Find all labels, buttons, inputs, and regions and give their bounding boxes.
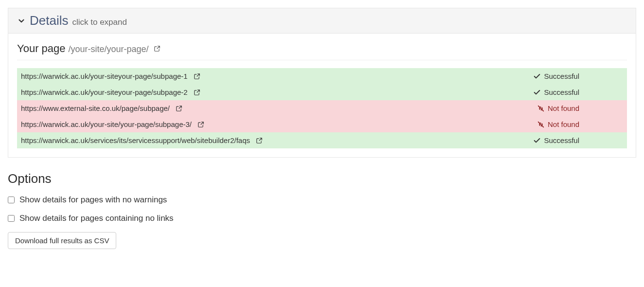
external-link-icon[interactable]: [154, 45, 161, 52]
download-csv-button[interactable]: Download full results as CSV: [8, 232, 116, 249]
link-rows: https://warwick.ac.uk/your-siteyour-page…: [17, 68, 627, 148]
external-link-icon[interactable]: [176, 105, 182, 112]
link-status: Not found: [537, 120, 623, 128]
link-url[interactable]: https://warwick.ac.uk/your-siteyour-page…: [21, 88, 200, 96]
option-no-links[interactable]: Show details for pages containing no lin…: [8, 214, 636, 223]
broken-link-icon: [537, 121, 545, 128]
options-title: Options: [8, 171, 636, 186]
options-section: Options Show details for pages with no w…: [8, 171, 636, 249]
link-row: https://warwick.ac.uk/services/its/servi…: [17, 132, 627, 148]
link-row: https://warwick.ac.uk/your-siteyour-page…: [17, 84, 627, 100]
link-url-text: https://www.external-site.co.uk/page/sub…: [21, 104, 170, 112]
link-url[interactable]: https://warwick.ac.uk/your-siteyour-page…: [21, 72, 200, 80]
external-link-icon[interactable]: [197, 121, 204, 128]
page-heading: Your page /your-site/your-page/: [17, 42, 627, 60]
link-status: Successful: [533, 136, 623, 144]
external-link-icon[interactable]: [194, 73, 200, 80]
link-status: Not found: [537, 104, 623, 112]
link-status: Successful: [533, 88, 623, 96]
option-label: Show details for pages with no warnings: [19, 195, 167, 205]
chevron-down-icon: [17, 17, 26, 25]
link-url[interactable]: https://warwick.ac.uk/services/its/servi…: [21, 136, 263, 144]
link-row: https://warwick.ac.uk/your-site/your-pag…: [17, 116, 627, 132]
check-icon: [533, 89, 541, 96]
link-status-text: Not found: [548, 120, 579, 128]
check-icon: [533, 72, 541, 80]
link-row: https://warwick.ac.uk/your-siteyour-page…: [17, 68, 627, 84]
link-url[interactable]: https://warwick.ac.uk/your-site/your-pag…: [21, 120, 204, 128]
link-url-text: https://warwick.ac.uk/your-siteyour-page…: [21, 88, 188, 96]
link-url-text: https://warwick.ac.uk/your-siteyour-page…: [21, 72, 188, 80]
details-panel: Details click to expand Your page /your-…: [8, 8, 636, 158]
link-row: https://www.external-site.co.uk/page/sub…: [17, 100, 627, 116]
link-status-text: Not found: [548, 104, 579, 112]
link-url-text: https://warwick.ac.uk/your-site/your-pag…: [21, 120, 192, 128]
checkbox-no-warnings[interactable]: [8, 197, 15, 203]
details-title: Details: [30, 13, 68, 28]
link-status: Successful: [533, 72, 623, 80]
link-status-text: Successful: [544, 72, 579, 80]
link-status-text: Successful: [544, 88, 579, 96]
page-heading-title: Your page: [17, 42, 66, 55]
broken-link-icon: [537, 105, 545, 112]
check-icon: [533, 137, 541, 144]
checkbox-no-links[interactable]: [8, 215, 15, 222]
link-url[interactable]: https://www.external-site.co.uk/page/sub…: [21, 104, 182, 112]
link-status-text: Successful: [544, 136, 579, 144]
link-url-text: https://warwick.ac.uk/services/its/servi…: [21, 136, 250, 144]
option-label: Show details for pages containing no lin…: [19, 214, 174, 223]
details-header[interactable]: Details click to expand: [8, 8, 636, 34]
option-no-warnings[interactable]: Show details for pages with no warnings: [8, 195, 636, 205]
details-body: Your page /your-site/your-page/ https://…: [8, 34, 636, 157]
details-subtitle: click to expand: [72, 18, 126, 27]
external-link-icon[interactable]: [256, 137, 263, 144]
page-heading-path: /your-site/your-page/: [69, 44, 149, 54]
external-link-icon[interactable]: [194, 89, 200, 96]
